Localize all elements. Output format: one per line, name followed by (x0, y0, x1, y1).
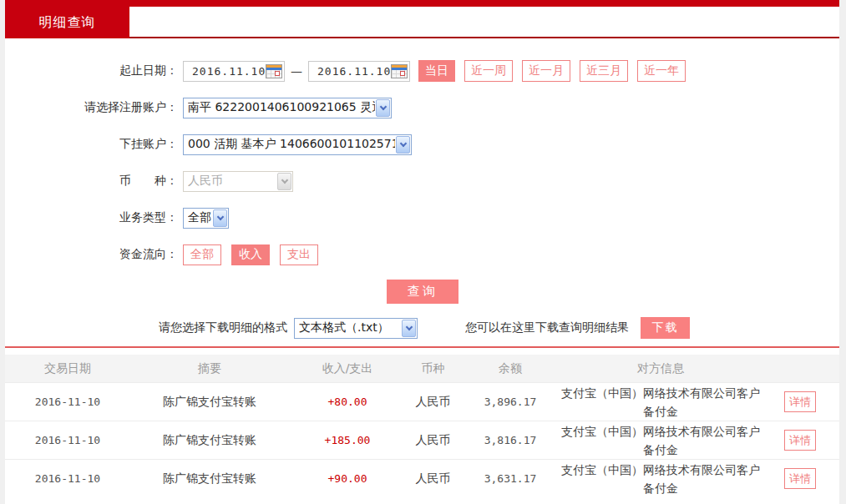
cell-date: 2016-11-10 (5, 472, 130, 485)
header-currency: 币种 (406, 361, 460, 376)
date-separator: — (291, 64, 302, 78)
cell-counterparty: 支付宝（中国）网络技术有限公司客户备付金 (560, 384, 761, 421)
tab-label: 明细查询 (39, 14, 96, 32)
cell-summary: 陈广锦支付宝转账 (130, 433, 289, 448)
header-date: 交易日期 (5, 361, 130, 376)
cell-counterparty: 支付宝（中国）网络技术有限公司客户备付金 (560, 461, 761, 497)
register-account-value: 南平 6222001406100921065 灵通卡 (188, 100, 375, 115)
fund-flow-expense-button[interactable]: 支出 (280, 244, 318, 265)
chevron-down-icon[interactable] (376, 99, 390, 117)
cell-action: 详情 (761, 430, 839, 451)
register-account-row: 请选择注册账户： 南平 6222001406100921065 灵通卡 (5, 89, 839, 126)
cell-counterparty: 支付宝（中国）网络技术有限公司客户备付金 (560, 422, 761, 459)
chevron-down-icon[interactable] (402, 320, 416, 337)
fund-flow-income-button[interactable]: 收入 (231, 244, 270, 265)
cell-amount: +185.00 (289, 434, 406, 446)
cell-action: 详情 (761, 391, 839, 412)
download-row: 请您选择下载明细的格式 文本格式（.txt） 您可以在这里下载查询明细结果 下载 (5, 310, 839, 346)
query-button-row: 查询 (5, 273, 839, 310)
cell-balance: 3,631.17 (460, 472, 560, 485)
business-type-label: 业务类型： (5, 210, 183, 225)
content-panel: 明细查询 起止日期： 2016.11.10 — 2016.11.10 当日 近一… (5, 0, 839, 504)
table-row: 2016-11-10 陈广锦支付宝转账 +185.00 人民币 3,816.17… (5, 421, 839, 459)
currency-row: 币 种： 人民币 (5, 163, 839, 199)
quick-range-quarter-button[interactable]: 近三月 (580, 60, 628, 82)
currency-label: 币 种： (5, 174, 183, 189)
cell-currency: 人民币 (406, 395, 460, 410)
sub-account-row: 下挂账户： 000 活期 基本户 1406600101102571848 (5, 126, 839, 163)
sub-account-select[interactable]: 000 活期 基本户 1406600101102571848 (183, 134, 412, 155)
header-counterparty: 对方信息 (560, 361, 761, 376)
detail-button[interactable]: 详情 (784, 391, 816, 412)
currency-select-disabled: 人民币 (183, 171, 293, 192)
start-date-value: 2016.11.10 (192, 65, 266, 78)
cell-summary: 陈广锦支付宝转账 (130, 395, 289, 410)
download-format-value: 文本格式（.txt） (299, 320, 401, 335)
cell-amount: +90.00 (289, 472, 406, 485)
end-date-input[interactable]: 2016.11.10 (308, 61, 410, 82)
cell-currency: 人民币 (406, 471, 460, 486)
fund-flow-all-button[interactable]: 全部 (183, 244, 221, 265)
cell-date: 2016-11-10 (5, 396, 130, 408)
download-button[interactable]: 下载 (641, 317, 690, 339)
download-format-select[interactable]: 文本格式（.txt） (294, 318, 418, 339)
table-row: 2016-11-10 陈广锦支付宝转账 +80.00 人民币 3,896.17 … (5, 382, 839, 421)
business-type-row: 业务类型： 全部 (5, 199, 839, 236)
calendar-icon[interactable] (391, 64, 408, 78)
cell-balance: 3,816.17 (460, 434, 560, 446)
chevron-down-icon[interactable] (396, 136, 410, 154)
quick-range-month-button[interactable]: 近一月 (522, 60, 570, 82)
query-form: 起止日期： 2016.11.10 — 2016.11.10 当日 近一周 近一月… (5, 38, 839, 346)
header-balance: 余额 (460, 361, 560, 376)
cell-date: 2016-11-10 (5, 434, 130, 446)
query-button[interactable]: 查询 (387, 280, 458, 304)
cell-summary: 陈广锦支付宝转账 (130, 471, 289, 486)
sub-account-value: 000 活期 基本户 1406600101102571848 (188, 137, 395, 152)
tab-bar: 明细查询 (5, 7, 839, 38)
sub-account-label: 下挂账户： (5, 137, 183, 152)
business-type-value: 全部 (188, 210, 212, 225)
quick-range-year-button[interactable]: 近一年 (637, 60, 686, 82)
end-date-value: 2016.11.10 (317, 65, 391, 78)
top-red-bar (5, 0, 839, 7)
cell-action: 详情 (761, 468, 839, 489)
table-header: 交易日期 摘要 收入/支出 币种 余额 对方信息 (5, 355, 839, 382)
fund-flow-label: 资金流向： (5, 247, 183, 262)
cell-balance: 3,896.17 (460, 396, 560, 408)
register-account-label: 请选择注册账户： (5, 100, 183, 115)
quick-range-today-button[interactable]: 当日 (418, 60, 455, 82)
chevron-down-icon (277, 173, 291, 190)
start-date-input[interactable]: 2016.11.10 (183, 61, 285, 82)
calendar-icon[interactable] (266, 64, 282, 78)
quick-range-week-button[interactable]: 近一周 (464, 60, 513, 82)
table-row: 2016-11-10 陈广锦支付宝转账 +90.00 人民币 3,631.17 … (5, 459, 839, 497)
header-amount: 收入/支出 (289, 361, 406, 376)
fund-flow-row: 资金流向： 全部 收入 支出 (5, 236, 839, 273)
date-range-row: 起止日期： 2016.11.10 — 2016.11.10 当日 近一周 近一月… (5, 53, 839, 89)
chevron-down-icon[interactable] (213, 209, 227, 227)
detail-button[interactable]: 详情 (784, 468, 816, 489)
detail-button[interactable]: 详情 (784, 430, 816, 451)
business-type-select[interactable]: 全部 (183, 208, 229, 229)
cell-amount: +80.00 (289, 396, 406, 408)
register-account-select[interactable]: 南平 6222001406100921065 灵通卡 (183, 98, 392, 118)
currency-value: 人民币 (188, 174, 276, 189)
download-format-label: 请您选择下载明细的格式 (159, 320, 287, 335)
cell-currency: 人民币 (406, 433, 460, 448)
date-range-label: 起止日期： (5, 63, 183, 78)
download-hint: 您可以在这里下载查询明细结果 (465, 320, 629, 335)
tab-detail-query[interactable]: 明细查询 (5, 7, 129, 38)
header-summary: 摘要 (130, 361, 289, 376)
